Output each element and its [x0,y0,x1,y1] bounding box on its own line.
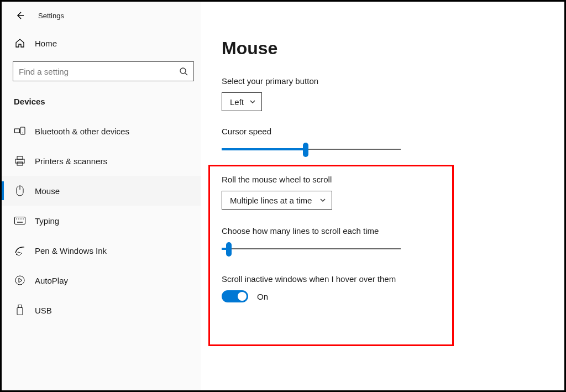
svg-rect-16 [18,305,22,308]
mouse-icon [14,185,26,196]
header-row: Settings [2,9,201,33]
cursor-speed-block: Cursor speed [222,127,564,156]
svg-rect-1 [15,129,20,133]
home-nav-item[interactable]: Home [2,33,201,54]
back-button[interactable] [14,9,26,22]
printer-icon [14,156,26,166]
sidebar-item-bluetooth[interactable]: Bluetooth & other devices [2,116,201,146]
sidebar: Settings Home Devices [2,2,201,390]
search-box[interactable] [13,61,194,81]
lines-each-block: Choose how many lines to scroll each tim… [222,226,564,255]
devices-icon [14,127,26,135]
primary-button-label: Select your primary button [222,76,564,86]
sidebar-item-printers[interactable]: Printers & scanners [2,146,201,176]
sidebar-item-label: Pen & Windows Ink [35,246,107,255]
sidebar-item-label: AutoPlay [35,276,68,285]
cursor-speed-label: Cursor speed [222,127,564,136]
sidebar-item-label: Mouse [35,186,60,196]
wheel-scroll-value: Multiple lines at a time [230,196,312,205]
autoplay-icon [14,275,26,285]
svg-point-15 [15,276,24,285]
svg-point-3 [22,133,23,134]
svg-rect-4 [17,156,23,159]
sidebar-item-pen[interactable]: Pen & Windows Ink [2,236,201,265]
sidebar-item-typing[interactable]: Typing [2,206,201,236]
lines-each-slider[interactable] [222,242,401,255]
sidebar-item-usb[interactable]: USB [2,295,201,325]
scroll-inactive-block: Scroll inactive windows when I hover ove… [222,274,564,302]
svg-rect-5 [15,159,24,163]
arrow-left-icon [15,11,24,20]
scroll-inactive-state: On [257,292,268,301]
sidebar-item-label: Bluetooth & other devices [35,127,129,136]
sidebar-item-label: Typing [35,216,59,226]
scroll-inactive-label: Scroll inactive windows when I hover ove… [222,274,564,284]
home-label: Home [35,39,57,48]
svg-rect-9 [15,217,25,224]
app-title: Settings [38,12,64,20]
svg-rect-17 [17,308,23,315]
main-content: Mouse Select your primary button Left Cu… [201,2,564,390]
pen-icon [14,245,26,255]
wheel-scroll-label: Roll the mouse wheel to scroll [222,175,564,184]
svg-point-12 [20,218,22,219]
svg-point-0 [180,68,186,74]
primary-button-dropdown[interactable]: Left [222,92,262,111]
cursor-speed-slider[interactable] [222,143,401,156]
chevron-down-icon [319,197,326,203]
wheel-scroll-dropdown[interactable]: Multiple lines at a time [222,191,332,210]
usb-icon [14,305,26,316]
search-icon [179,67,188,76]
sidebar-item-autoplay[interactable]: AutoPlay [2,265,201,295]
home-icon [14,38,26,48]
svg-point-10 [16,218,17,219]
sidebar-item-mouse[interactable]: Mouse [2,176,201,206]
primary-button-value: Left [230,97,244,107]
page-title: Mouse [222,38,564,59]
keyboard-icon [14,217,26,224]
sidebar-group-header: Devices [2,92,201,116]
wheel-scroll-block: Roll the mouse wheel to scroll Multiple … [222,175,564,210]
lines-each-label: Choose how many lines to scroll each tim… [222,226,564,236]
svg-point-11 [18,218,19,219]
scroll-inactive-toggle[interactable] [222,290,248,302]
chevron-down-icon [249,98,256,105]
svg-rect-6 [17,162,23,165]
search-input[interactable] [19,67,171,76]
sidebar-item-label: USB [35,306,52,315]
svg-rect-14 [17,222,23,223]
sidebar-item-label: Printers & scanners [35,156,107,166]
toggle-knob [238,292,247,301]
svg-point-13 [23,218,24,219]
primary-button-block: Select your primary button Left [222,76,564,111]
